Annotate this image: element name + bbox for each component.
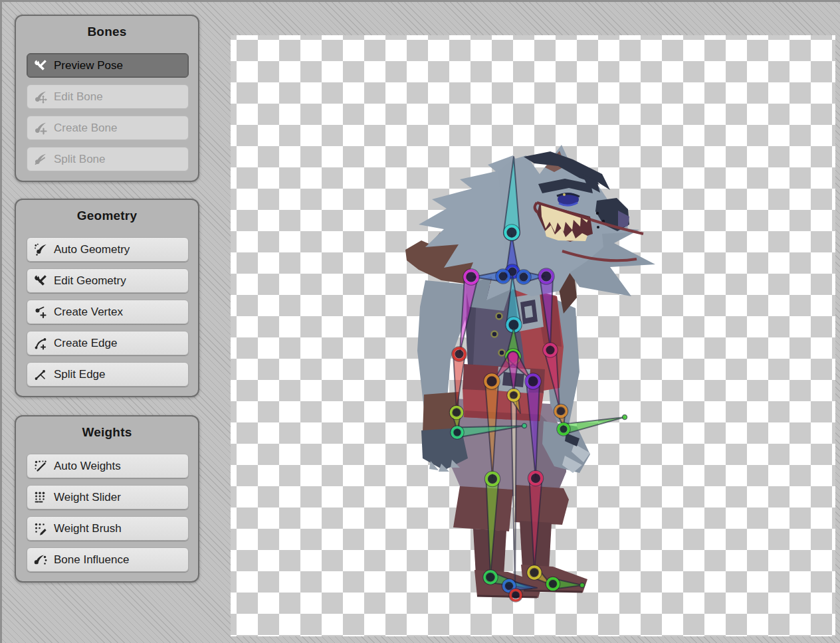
button-label: Weight Slider <box>54 491 121 504</box>
character-sprite <box>405 145 655 598</box>
button-label: Split Bone <box>54 153 106 166</box>
edit-geometry-icon <box>33 274 48 288</box>
weight-slider-icon <box>33 490 48 505</box>
auto-weights-icon <box>33 459 48 474</box>
create-vertex-button[interactable]: Create Vertex <box>27 300 189 324</box>
button-label: Create Edge <box>54 337 117 350</box>
joint-root-joint[interactable] <box>509 589 522 602</box>
button-label: Preview Pose <box>54 59 123 72</box>
create-bone-button[interactable]: Create Bone <box>27 116 189 140</box>
panel-title-geometry: Geometry <box>16 209 198 223</box>
preview-pose-button[interactable]: Preview Pose <box>27 53 189 78</box>
bone-influence-icon <box>33 553 48 567</box>
auto-geometry-icon <box>33 242 48 257</box>
button-label: Split Edge <box>54 368 106 381</box>
button-label: Weight Brush <box>54 522 122 535</box>
create-bone-icon <box>33 121 48 136</box>
auto-weights-button[interactable]: Auto Weights <box>27 454 189 478</box>
weight-brush-button[interactable]: Weight Brush <box>27 516 189 541</box>
bones-panel: Bones Preview Pose Edit Bone Create Bone… <box>15 15 199 182</box>
button-label: Edit Geometry <box>54 274 126 288</box>
panel-title-weights: Weights <box>16 425 198 440</box>
weights-panel: Weights Auto Weights Weight Slider Weigh… <box>15 415 199 583</box>
button-label: Create Bone <box>54 122 117 135</box>
edit-geometry-button[interactable]: Edit Geometry <box>27 268 189 293</box>
panel-title-bones: Bones <box>16 25 198 39</box>
split-edge-button[interactable]: Split Edge <box>27 362 189 387</box>
button-label: Create Vertex <box>54 306 123 319</box>
weight-brush-icon <box>33 521 48 536</box>
edit-bone-icon <box>33 90 48 104</box>
scene-svg <box>231 35 835 636</box>
button-label: Auto Geometry <box>54 243 130 256</box>
sprite-canvas[interactable] <box>231 35 835 636</box>
split-edge-icon <box>33 367 48 382</box>
split-bone-icon <box>33 152 48 167</box>
button-label: Auto Weights <box>54 460 121 473</box>
edit-bone-button[interactable]: Edit Bone <box>27 84 189 109</box>
bone-influence-button[interactable]: Bone Influence <box>27 547 189 572</box>
button-label: Edit Bone <box>54 90 103 104</box>
create-edge-button[interactable]: Create Edge <box>27 331 189 355</box>
geometry-panel: Geometry Auto Geometry Edit Geometry Cre… <box>15 199 199 397</box>
weight-slider-button[interactable]: Weight Slider <box>27 485 189 509</box>
split-bone-button[interactable]: Split Bone <box>27 147 189 171</box>
preview-pose-icon <box>33 58 48 73</box>
create-edge-icon <box>33 336 48 351</box>
create-vertex-icon <box>33 305 48 320</box>
button-label: Bone Influence <box>54 553 129 567</box>
auto-geometry-button[interactable]: Auto Geometry <box>27 237 189 262</box>
